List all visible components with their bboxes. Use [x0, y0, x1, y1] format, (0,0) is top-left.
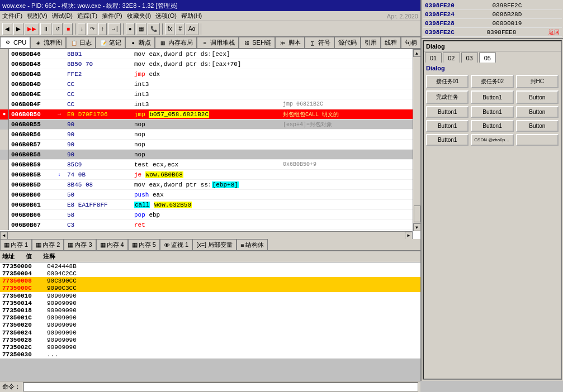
menu-options[interactable]: 选项(O) [155, 12, 177, 20]
bp-marker[interactable] [0, 150, 9, 160]
table-row[interactable]: 006B0B67 C3 ret [0, 220, 420, 230]
table-row[interactable]: ● 006B0B50 → E9 D70F1706 jmp b057_058.68… [0, 109, 420, 119]
table-row[interactable]: 006B0B60 50 push eax [0, 190, 420, 200]
tab-locals[interactable]: [x=] 局部变量 [192, 239, 236, 250]
tab-symbol[interactable]: ∑ 符号 [305, 37, 334, 48]
hscroll-right[interactable]: ▶ [405, 232, 413, 240]
toolbar-mem[interactable]: ▦ [136, 23, 146, 35]
toolbar-forward[interactable]: ▶ [13, 23, 23, 35]
mem-row[interactable]: 77350014 90909090 [0, 299, 420, 307]
table-row[interactable]: 006B0B4B FFE2 jmp edx [0, 69, 420, 79]
toolbar-a[interactable]: Aα [186, 23, 198, 35]
dialog-btn-8[interactable]: Button1 [471, 106, 513, 118]
table-row[interactable]: 006B0B4E CC int3 [0, 89, 420, 99]
menu-view[interactable]: 视图(V) [27, 12, 48, 20]
bp-marker[interactable] [0, 160, 9, 170]
tab-thread[interactable]: 线程 [381, 37, 401, 48]
bp-marker[interactable] [0, 89, 9, 99]
dialog-btn-11[interactable]: Button1 [471, 120, 513, 132]
mem-row[interactable]: 77350000 0424448B [0, 262, 420, 270]
dialog-btn-6[interactable]: Button [516, 90, 559, 104]
toolbar-run-to[interactable]: →| [108, 23, 121, 35]
dialog-btn-1[interactable]: 接任务01 [426, 75, 469, 88]
mem-row[interactable]: 7735001C 90909090 [0, 314, 420, 322]
bp-marker[interactable] [0, 49, 9, 59]
mem-row[interactable]: 77350020 90909090 [0, 322, 420, 329]
dialog-tab-03[interactable]: 03 [461, 52, 478, 63]
command-input[interactable] [23, 383, 418, 391]
tab-log[interactable]: 📋 日志 [66, 37, 96, 48]
table-row[interactable]: 006B0B61 E8 EA1FF8FF call wow.632B50 [0, 200, 420, 210]
bp-marker[interactable] [0, 99, 9, 109]
dialog-btn-3[interactable]: 封HC [516, 75, 559, 88]
table-row[interactable]: 006B0B59 85C9 test ecx,ecx 0x6B0B50+9 [0, 160, 420, 170]
toolbar-hash[interactable]: # [176, 23, 184, 35]
toolbar-step-over[interactable]: ↷ [87, 23, 97, 35]
dialog-btn-9[interactable]: Button [516, 106, 559, 118]
table-row[interactable]: 006B0B4F CC int3 jmp 06821B2C [0, 99, 420, 109]
bp-marker[interactable] [0, 170, 9, 180]
mem-row[interactable]: 77350030 ... [0, 351, 420, 358]
toolbar-bp[interactable]: ● [126, 23, 135, 35]
table-row[interactable]: 006B0B55 90 nop [esp+4]=封包对象 [0, 119, 420, 130]
table-row[interactable]: 006B0B46 8B01 mov eax,dword ptr ds:[ecx] [0, 49, 420, 59]
mem-row[interactable]: 77350004 0004C2CC [0, 270, 420, 277]
dialog-btn-4[interactable]: 完成任务 [426, 90, 469, 104]
vscroll-up[interactable]: ▲ [413, 49, 421, 57]
menu-help[interactable]: 帮助(H) [181, 12, 202, 20]
toolbar-expr[interactable]: fx [165, 23, 175, 35]
table-row[interactable]: 006B0B4D CC int3 [0, 79, 420, 89]
tab-mem4[interactable]: ▦ 内存 4 [96, 239, 128, 250]
table-row[interactable]: 006B0B56 90 nop [0, 130, 420, 140]
dialog-btn-13[interactable]: Button1 [426, 134, 469, 146]
toolbar-step-out[interactable]: ↑ [98, 23, 107, 35]
tab-mem5[interactable]: ▦ 内存 5 [128, 239, 160, 250]
tab-mem3[interactable]: ▦ 内存 3 [64, 239, 96, 250]
vscroll-thumb[interactable] [414, 205, 420, 222]
table-row[interactable]: 006B0B5B ↓ 74 0B je wow.6B0B68 [0, 170, 420, 180]
vscroll-down[interactable]: ▼ [413, 223, 421, 231]
tab-script[interactable]: ≫ 脚本 [275, 37, 305, 48]
tab-handle[interactable]: 句柄 [401, 37, 421, 48]
tab-seh[interactable]: ⛓ SEH链 [239, 37, 275, 48]
bp-marker[interactable] [0, 130, 9, 140]
bp-marker[interactable]: ● [0, 109, 9, 119]
dialog-tab-01[interactable]: 01 [425, 52, 442, 63]
mem-row[interactable]: 77350010 90909090 [0, 292, 420, 299]
disasm-hscroll[interactable]: ◀ ▶ [0, 231, 413, 239]
hscroll-track[interactable] [8, 232, 405, 239]
toolbar-call[interactable]: 📞 [148, 23, 160, 35]
dialog-btn-2[interactable]: 接任务02 [471, 75, 513, 88]
tab-callstack[interactable]: ≡ 调用堆栈 [197, 37, 239, 48]
table-row[interactable]: 006B0B57 90 nop [0, 140, 420, 150]
mem-row[interactable]: 7735000C 9090C3CC [0, 285, 420, 292]
bp-marker[interactable] [0, 59, 9, 69]
bp-marker[interactable] [0, 119, 9, 130]
bp-marker[interactable] [0, 200, 9, 210]
bp-marker[interactable] [0, 180, 9, 190]
bp-marker[interactable] [0, 69, 9, 79]
toolbar-restart[interactable]: ↺ [53, 23, 63, 35]
dialog-tab-02[interactable]: 02 [443, 52, 460, 63]
dialog-btn-7[interactable]: Button1 [426, 106, 469, 118]
toolbar-run[interactable]: ▶▶ [25, 23, 39, 35]
dialog-btn-10[interactable]: Button1 [426, 120, 469, 132]
toolbar-step-in[interactable]: ↓ [78, 23, 86, 35]
dialog-btn-12[interactable]: Button [516, 120, 559, 132]
dialog-btn-14[interactable]: CSDN @zha0peag01zp [471, 134, 513, 146]
table-row[interactable]: 006B0B66 58 pop ebp [0, 210, 420, 220]
bp-marker[interactable] [0, 140, 9, 150]
tab-mem2[interactable]: ▦ 内存 2 [32, 239, 64, 250]
tab-flowchart[interactable]: ◈ 流程图 [30, 37, 66, 48]
table-row[interactable]: 006B0B58 90 nop [0, 150, 420, 160]
tab-cpu[interactable]: ⚙ CPU [0, 37, 30, 48]
mem-row[interactable]: 77350008 90C390CC [0, 277, 420, 284]
menu-file[interactable]: 文件(F) [2, 12, 22, 20]
toolbar-stop[interactable]: ■ [64, 23, 73, 35]
menu-fav[interactable]: 收藏夹(I) [127, 12, 151, 20]
tab-watch[interactable]: 👁 监视 1 [160, 239, 192, 250]
table-row[interactable]: 006B0B5D 8B45 08 mov eax,dword ptr ss:[e… [0, 180, 420, 190]
dialog-tab-05[interactable]: 05 [479, 52, 496, 63]
hscroll-left[interactable]: ◀ [0, 232, 8, 240]
tab-source[interactable]: 源代码 [334, 37, 361, 48]
